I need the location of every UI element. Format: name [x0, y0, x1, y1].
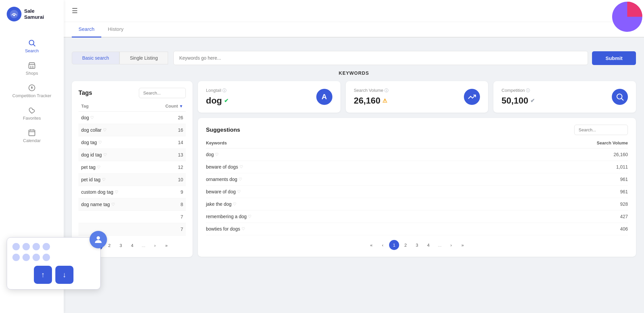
tag-name — [81, 227, 83, 232]
suggestions-rows: dog ♡ 26,160 beware of dogs ♡ 1,011 orna… — [206, 148, 628, 235]
suggestion-row: ornaments dog ♡ 961 — [206, 173, 628, 186]
favorite-icon[interactable]: ♡ — [103, 128, 107, 132]
favorite-icon[interactable]: ♡ — [103, 152, 107, 157]
hamburger-menu[interactable]: ☰ — [72, 7, 78, 15]
page-btn[interactable]: 4 — [423, 240, 433, 250]
sidebar-item-calendar[interactable]: Calendar — [0, 125, 64, 147]
panels: Tags Tag Count ▼ dog ♡ 26 dog collar ♡ 1… — [72, 81, 636, 257]
favorite-icon[interactable]: ♡ — [102, 177, 106, 182]
main-area: Search History Basic search Single Listi… — [64, 0, 644, 313]
page-btn[interactable]: ... — [435, 240, 445, 250]
page-btn[interactable]: › — [150, 240, 160, 250]
svg-line-3 — [34, 45, 36, 47]
favorite-icon[interactable]: ♡ — [115, 190, 118, 194]
page-btn[interactable]: ... — [139, 240, 149, 250]
col-keywords: Keywords — [206, 140, 227, 145]
tab-history[interactable]: History — [101, 21, 130, 38]
sidebar-search-label: Search — [25, 48, 39, 53]
favorite-icon[interactable]: ♡ — [111, 202, 115, 207]
tag-count: 7 — [180, 214, 183, 220]
sidebar-item-search[interactable]: Search — [0, 35, 64, 57]
dots-row-2 — [12, 254, 95, 261]
suggestions-header: Suggestions — [206, 125, 628, 135]
page-btn[interactable]: 3 — [116, 240, 126, 250]
password-dot — [43, 254, 50, 261]
sidebar-competition-label: Competition Tracker — [12, 93, 51, 98]
password-dot — [22, 254, 30, 261]
up-button[interactable]: ↑ — [34, 266, 52, 284]
tag-count: 9 — [180, 189, 183, 195]
suggestions-card: Suggestions Keywords Search Volume dog ♡… — [198, 118, 636, 257]
page-btn[interactable]: » — [458, 240, 468, 250]
page-btn[interactable]: 4 — [127, 240, 137, 250]
tags-rows: dog ♡ 26 dog collar ♡ 16 dog tag ♡ 14 do… — [78, 112, 186, 236]
warning-icon: ⚠ — [382, 98, 387, 104]
page-btn[interactable]: 1 — [389, 240, 399, 250]
svg-point-15 — [617, 94, 622, 99]
password-dot — [22, 243, 30, 250]
page-btn[interactable]: « — [366, 240, 376, 250]
page-btn[interactable]: ‹ — [378, 240, 388, 250]
sort-arrow-icon[interactable]: ▼ — [179, 104, 183, 109]
keyword-input[interactable] — [173, 51, 588, 65]
tags-title: Tags — [78, 89, 92, 97]
page-btn[interactable]: 3 — [412, 240, 422, 250]
dots-row-1 — [12, 243, 95, 250]
password-dot — [33, 254, 40, 261]
favorite-icon[interactable]: ♡ — [97, 165, 101, 170]
down-button[interactable]: ↓ — [55, 266, 73, 284]
sidebar-item-competition[interactable]: Competition Tracker — [0, 80, 64, 102]
longtail-card: Longtail ⓘ dog ✔ A — [198, 81, 340, 113]
tag-name: custom dog tag ♡ — [81, 189, 118, 195]
tag-name — [81, 214, 83, 220]
sv-info-icon: ⓘ — [384, 88, 388, 93]
suggestions-title: Suggestions — [206, 127, 240, 133]
suggestion-fav-icon[interactable]: ♡ — [238, 177, 242, 182]
tag-row: dog name tag ♡ 8 — [78, 198, 186, 211]
topright-decor — [604, 0, 644, 40]
page-btn[interactable]: » — [161, 240, 171, 250]
sidebar-item-shops[interactable]: Shops — [0, 57, 64, 80]
col-tag: Tag — [81, 104, 89, 109]
logo-text: Sale Samurai — [24, 8, 44, 20]
svg-point-1 — [13, 14, 15, 16]
logo-area: Sale Samurai — [0, 7, 44, 21]
favorite-icon[interactable]: ♡ — [98, 140, 102, 145]
suggestion-fav-icon[interactable]: ♡ — [239, 165, 243, 169]
sidebar-item-favorites[interactable]: Favorites — [0, 102, 64, 125]
suggestions-search-input[interactable] — [574, 125, 628, 135]
tag-row: pet id tag ♡ 10 — [78, 174, 186, 186]
suggestion-volume: 406 — [620, 226, 628, 232]
basic-search-btn[interactable]: Basic search — [72, 52, 119, 64]
suggestion-row: remembering a dog ♡ 427 — [206, 210, 628, 223]
competition-value: 50,100 ✔ — [501, 96, 535, 106]
password-dot — [12, 243, 20, 250]
tag-name: pet tag ♡ — [81, 165, 101, 170]
suggestion-fav-icon[interactable]: ♡ — [215, 152, 219, 157]
suggestion-volume: 26,160 — [613, 152, 628, 157]
suggestion-row: dog ♡ 26,160 — [206, 148, 628, 161]
search-mode-tabs: Basic search Single Listing Submit — [72, 51, 636, 65]
submit-button[interactable]: Submit — [592, 51, 636, 65]
sidebar-favorites-label: Favorites — [23, 116, 41, 121]
suggestion-fav-icon[interactable]: ♡ — [237, 189, 241, 194]
check-icon: ✔ — [224, 98, 228, 104]
tab-search[interactable]: Search — [72, 21, 101, 38]
suggestion-fav-icon[interactable]: ♡ — [241, 227, 245, 231]
tags-search-input[interactable] — [139, 88, 186, 98]
svg-point-17 — [97, 236, 100, 240]
suggestions-table-header: Keywords Search Volume — [206, 140, 628, 148]
tags-header: Tags — [78, 88, 186, 98]
page-btn[interactable]: › — [446, 240, 456, 250]
tag-name: dog name tag ♡ — [81, 202, 115, 207]
tag-row: custom dog tag ♡ 9 — [78, 186, 186, 198]
longtail-icon: A — [316, 89, 332, 105]
suggestion-keyword: jake the dog ♡ — [206, 201, 236, 207]
favorite-icon[interactable]: ♡ — [90, 115, 94, 120]
tag-count: 10 — [178, 177, 183, 182]
sidebar-shops-label: Shops — [26, 71, 38, 76]
page-btn[interactable]: 2 — [400, 240, 411, 250]
single-listing-btn[interactable]: Single Listing — [119, 52, 168, 64]
suggestion-fav-icon[interactable]: ♡ — [248, 214, 252, 219]
suggestion-fav-icon[interactable]: ♡ — [233, 202, 236, 206]
